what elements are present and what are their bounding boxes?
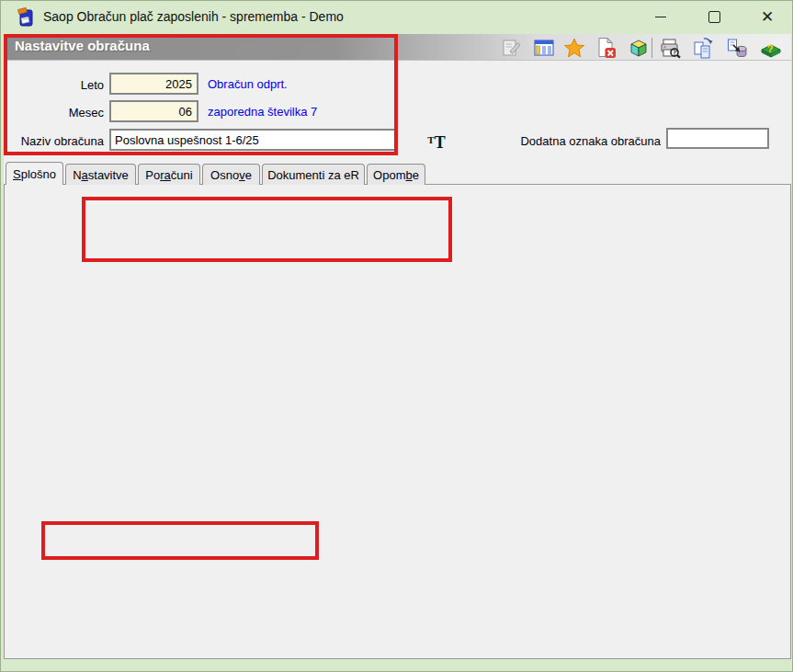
window-title: Saop Obračun plač zaposlenih - sprememba… (43, 9, 344, 24)
application-window: Saop Obračun plač zaposlenih - sprememba… (0, 0, 793, 672)
tab-opombe[interactable]: Opombe (367, 164, 425, 185)
tab-dokumenti-za-er[interactable]: Dokumenti za eR (262, 164, 365, 185)
form-properties-icon (533, 37, 555, 59)
toolbar-delete-document-button[interactable] (595, 36, 618, 60)
leto-label: Leto (8, 78, 104, 93)
font-icon: T (427, 135, 434, 145)
tab-label: Splošno (13, 167, 56, 181)
toolbar-favorites-button[interactable] (562, 36, 586, 60)
tab-content-panel (4, 184, 791, 659)
naziv-obracuna-field[interactable]: Poslovna uspešnost 1-6/25 (109, 129, 396, 151)
tab-label: Dokumenti za eR (267, 168, 359, 182)
maximize-icon (708, 11, 720, 23)
toolbar-print-preview-button[interactable] (658, 36, 682, 60)
font-icon-big: T (435, 134, 446, 151)
tab-label: Nastavitve (73, 168, 129, 182)
header-title: Nastavitve obračuna (15, 38, 150, 53)
edit-icon (501, 37, 523, 59)
mesec-label: Mesec (8, 106, 104, 120)
window-titlebar: Saop Obračun plač zaposlenih - sprememba… (1, 1, 793, 34)
export-data-icon (726, 37, 748, 59)
window-bottom-border (1, 659, 793, 672)
mesec-status-text: zaporedna številka 7 (208, 105, 317, 119)
mesec-field[interactable]: 06 (109, 100, 198, 122)
font-button[interactable]: TT (424, 129, 449, 151)
toolbar-separator (651, 38, 652, 58)
dodatna-oznaka-label: Dodatna oznaka obračuna (497, 134, 661, 149)
naziv-obracuna-label: Naziv obračuna (3, 134, 104, 149)
cube-3d-icon (628, 37, 650, 59)
delete-document-icon (595, 37, 617, 59)
svg-text:?: ? (767, 43, 774, 54)
toolbar-form-properties-button[interactable] (532, 36, 556, 60)
tab-label: Poračuni (145, 168, 192, 182)
close-button[interactable]: ✕ (746, 3, 788, 31)
tab-splosno[interactable]: Splošno (6, 162, 63, 185)
leto-status-text: Obračun odprt. (208, 77, 288, 91)
toolbar-edit-button[interactable] (500, 36, 524, 60)
minimize-button[interactable] (640, 3, 682, 31)
print-preview-icon (659, 37, 681, 59)
minimize-icon (655, 17, 666, 17)
toolbar-copy-documents-button[interactable] (691, 36, 715, 60)
leto-field[interactable]: 2025 (109, 73, 198, 95)
toolbar-help-button[interactable]: ? (759, 36, 783, 60)
tab-nastavitve[interactable]: Nastavitve (65, 164, 136, 185)
app-icon (16, 7, 36, 28)
tab-osnove[interactable]: Osnove (202, 164, 260, 185)
dodatna-oznaka-field[interactable] (666, 128, 769, 149)
close-icon: ✕ (761, 9, 774, 25)
toolbar-cube-button[interactable] (627, 36, 651, 60)
copy-documents-icon (692, 37, 714, 59)
tab-label: Osnove (210, 168, 252, 182)
maximize-button[interactable] (693, 3, 735, 31)
tab-poracuni[interactable]: Poračuni (138, 164, 200, 185)
tab-label: Opombe (373, 168, 419, 182)
help-book-icon: ? (760, 37, 782, 59)
toolbar-export-data-button[interactable] (725, 36, 749, 60)
favorites-star-icon (563, 37, 585, 59)
